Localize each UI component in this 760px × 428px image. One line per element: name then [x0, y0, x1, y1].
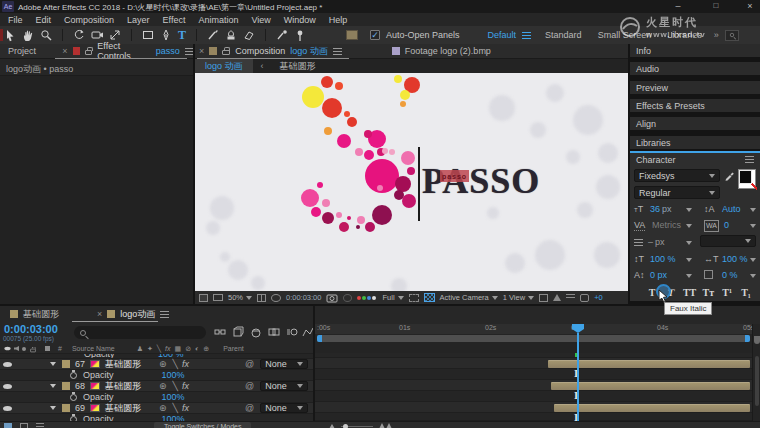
kerning-caret[interactable]	[686, 224, 692, 228]
layer-label-color[interactable]	[62, 404, 70, 412]
menu-composition[interactable]: Composition	[64, 15, 114, 25]
panel-preview[interactable]: Preview	[630, 81, 760, 94]
hide-shy-icon[interactable]	[250, 326, 262, 338]
mask-toggle-icon[interactable]	[271, 294, 281, 302]
toggle-switches-modes-button[interactable]: Toggle Switches / Modes	[154, 422, 251, 428]
shy-switch-icon[interactable]: ⊛	[159, 381, 167, 391]
zoom-slider-knob[interactable]	[343, 424, 348, 428]
exposure-value[interactable]: +0	[594, 293, 603, 302]
playhead-line[interactable]	[577, 333, 579, 421]
layer-duration-bar-69[interactable]	[554, 404, 750, 412]
character-menu-icon[interactable]	[745, 156, 754, 163]
stopwatch-icon[interactable]	[70, 394, 77, 401]
timeline-button-icon[interactable]	[566, 294, 575, 302]
panel-menu-icon[interactable]	[185, 48, 193, 55]
maximize-button[interactable]: □	[706, 1, 726, 10]
small-caps-button[interactable]: Tт	[700, 287, 716, 298]
parent-select[interactable]: None	[260, 359, 308, 369]
magnification-select[interactable]: 50%	[228, 293, 252, 302]
viewer-tab-active[interactable]: logo 动画	[195, 59, 253, 73]
tsume-value[interactable]: 0 %	[722, 270, 738, 280]
roi-icon[interactable]	[409, 294, 419, 302]
camera-tool[interactable]	[91, 29, 103, 41]
draft-3d-icon[interactable]	[232, 326, 244, 338]
scrollbar-thumb[interactable]	[755, 356, 759, 406]
close-panel-icon[interactable]: ×	[62, 46, 67, 56]
layer-visibility-toggle[interactable]	[3, 362, 12, 367]
transparency-grid-icon[interactable]	[424, 293, 435, 302]
zoom-out-mountain-icon[interactable]	[329, 424, 335, 428]
close-tab-icon[interactable]: ×	[97, 309, 102, 319]
stroke-width-value[interactable]: –px	[648, 237, 665, 247]
font-size-value[interactable]: 36px	[650, 204, 672, 214]
expand-in-out-icon[interactable]	[4, 423, 12, 428]
selection-tool[interactable]	[4, 29, 16, 41]
property-name[interactable]: Opacity	[83, 392, 114, 402]
panel-align[interactable]: Align	[630, 117, 760, 130]
quality-switch-icon[interactable]: ╲	[173, 403, 178, 413]
pan-behind-tool[interactable]	[109, 29, 121, 41]
menu-file[interactable]: File	[8, 15, 23, 25]
fast-preview-icon[interactable]	[553, 294, 561, 301]
work-area-bar[interactable]	[317, 335, 750, 342]
motion-blur-icon[interactable]	[286, 326, 298, 338]
baseline-shift-caret[interactable]	[686, 274, 692, 278]
superscript-button[interactable]: T¹	[719, 287, 735, 298]
timeline-menu-icon[interactable]	[160, 311, 169, 318]
shy-switch-icon[interactable]: ⊛	[159, 403, 167, 413]
timeline-zoom-slider[interactable]	[341, 426, 373, 427]
layer-row-69[interactable]: 69 基础圆形 ⊛ ╲ fx @ None	[0, 403, 313, 414]
menu-view[interactable]: View	[251, 15, 270, 25]
property-row-opacity-68[interactable]: Opacity 100%	[0, 392, 313, 403]
layer-row-67[interactable]: 67 基础圆形 ⊛ ╲ fx @ None	[0, 359, 313, 370]
primary-viewer-icon[interactable]	[213, 294, 223, 301]
panel-audio[interactable]: Audio	[630, 62, 760, 75]
leading-value[interactable]: Auto	[722, 204, 741, 214]
index-column-header[interactable]: #	[58, 345, 62, 352]
font-style-select[interactable]: Regular	[634, 186, 720, 199]
timeline-tab-other[interactable]: 基础圆形	[23, 308, 59, 321]
stroke-style-select[interactable]	[700, 235, 756, 247]
panel-menu-icon[interactable]	[333, 48, 342, 55]
workspace-standard[interactable]: Standard	[545, 30, 582, 40]
menu-window[interactable]: Window	[284, 15, 316, 25]
close-button[interactable]: ×	[740, 1, 760, 11]
hand-tool[interactable]	[22, 29, 34, 41]
eyedropper-icon[interactable]	[724, 170, 736, 182]
panel-dock-icon[interactable]	[346, 30, 358, 40]
baseline-shift-value[interactable]: 0 px	[650, 270, 667, 280]
close-panel-icon[interactable]: ×	[199, 46, 204, 56]
eraser-tool[interactable]	[243, 29, 255, 41]
shape-tool[interactable]	[142, 29, 154, 41]
parent-select[interactable]: None	[260, 403, 308, 413]
tsume-caret[interactable]	[750, 274, 756, 278]
pen-tool[interactable]	[160, 29, 172, 41]
vertical-scale-value[interactable]: 100 %	[650, 254, 676, 264]
layer-label-color[interactable]	[62, 382, 70, 390]
layer-duration-bar-68[interactable]	[551, 382, 750, 390]
roto-brush-tool[interactable]	[276, 29, 288, 41]
tracking-value[interactable]: 0	[724, 220, 729, 230]
kerning-value[interactable]: Metrics	[652, 220, 681, 230]
parent-column-header[interactable]: Parent	[223, 345, 244, 352]
menu-effect[interactable]: Effect	[163, 15, 186, 25]
quality-switch-icon[interactable]: ╲	[173, 359, 178, 369]
minimize-button[interactable]: –	[668, 1, 688, 11]
fx-switch[interactable]: fx	[182, 403, 189, 413]
shy-switch-icon[interactable]: ⊛	[159, 359, 167, 369]
vertical-scale-caret[interactable]	[686, 258, 692, 262]
layer-twirl-icon[interactable]	[50, 406, 56, 410]
leading-caret[interactable]	[750, 208, 756, 212]
layer-label-color[interactable]	[62, 360, 70, 368]
property-value[interactable]: 100%	[162, 370, 185, 380]
expand-transfer-icon[interactable]	[36, 423, 44, 428]
zoom-tool[interactable]	[40, 29, 52, 41]
viewer-time[interactable]: 0:00:03:00	[286, 293, 321, 302]
menu-animation[interactable]: Animation	[198, 15, 238, 25]
work-area-end-handle[interactable]	[745, 335, 750, 342]
frame-blending-icon[interactable]	[268, 326, 280, 338]
character-header[interactable]: Character	[630, 153, 760, 166]
panel-effects-presets[interactable]: Effects & Presets	[630, 99, 760, 112]
property-value[interactable]: 100%	[162, 392, 185, 402]
layer-name[interactable]: 基础圆形	[105, 380, 141, 393]
